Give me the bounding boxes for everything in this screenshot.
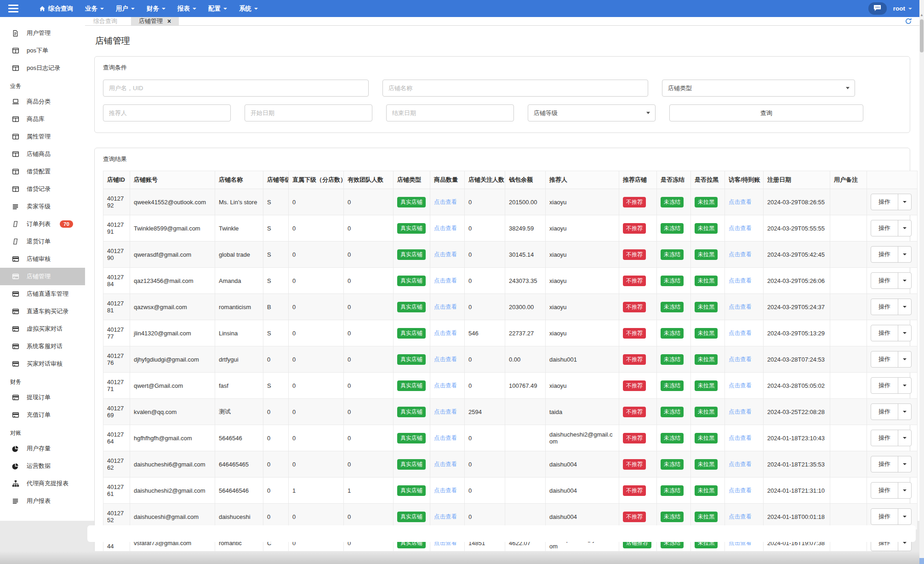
sidebar-item-loan-records[interactable]: 借贷记录 — [0, 180, 85, 198]
sidebar-item-withdraw-orders[interactable]: 提现订单 — [0, 389, 85, 406]
action-button[interactable]: 操作 — [871, 509, 898, 524]
sidebar-item-user-report[interactable]: 用户报表 — [0, 492, 85, 510]
view-products-link[interactable]: 点击查看 — [434, 304, 457, 310]
sidebar-item-virtual-buyer-chat[interactable]: 虚拟买家对话 — [0, 320, 85, 338]
visitor-pending-link[interactable]: 点击查看 — [729, 382, 752, 389]
referrer-input[interactable] — [103, 104, 231, 121]
view-products-link[interactable]: 点击查看 — [434, 277, 457, 284]
start-date-input[interactable] — [245, 104, 372, 121]
chat-button[interactable] — [868, 2, 887, 15]
sidebar-item-loan-config[interactable]: 借贷配置 — [0, 163, 85, 180]
scroll-down-arrow-icon[interactable] — [919, 558, 924, 564]
visitor-pending-link[interactable]: 点击查看 — [729, 356, 752, 363]
scrollbar-thumb[interactable] — [920, 19, 924, 52]
action-button[interactable]: 操作 — [871, 456, 898, 472]
sidebar-item-order-list[interactable]: 订单列表70 — [0, 215, 85, 233]
visitor-pending-link[interactable]: 点击查看 — [729, 435, 752, 441]
action-button[interactable]: 操作 — [871, 325, 898, 341]
nav-item-system[interactable]: 系统 — [233, 0, 264, 17]
sidebar-item-recharge-orders[interactable]: 充值订单 — [0, 406, 85, 424]
action-button[interactable]: 操作 — [871, 299, 898, 315]
visitor-pending-link[interactable]: 点击查看 — [729, 513, 752, 520]
sidebar-item-store-review[interactable]: 店铺审核 — [0, 250, 85, 268]
action-button[interactable]: 操作 — [871, 351, 898, 367]
action-caret-button[interactable] — [898, 299, 911, 315]
scroll-up-arrow-icon[interactable]: ▲ — [920, 13, 924, 17]
sidebar-item-store-train-management[interactable]: 店铺直通车管理 — [0, 285, 85, 303]
visitor-pending-link[interactable]: 点击查看 — [729, 487, 752, 494]
sidebar-item-operation-data[interactable]: 运营数据 — [0, 457, 85, 475]
action-caret-button[interactable] — [898, 430, 911, 446]
tab-close-icon[interactable]: × — [167, 18, 171, 24]
user-dropdown[interactable]: root — [893, 5, 912, 12]
menu-toggle-icon[interactable] — [0, 5, 27, 13]
sidebar-item-system-service-chat[interactable]: 系统客服对话 — [0, 338, 85, 355]
action-button[interactable]: 操作 — [871, 430, 898, 446]
action-button[interactable]: 操作 — [871, 273, 898, 288]
action-caret-button[interactable] — [898, 509, 911, 524]
visitor-pending-link[interactable]: 点击查看 — [729, 225, 752, 231]
end-date-input[interactable] — [386, 104, 514, 121]
visitor-pending-link[interactable]: 点击查看 — [729, 330, 752, 336]
view-products-link[interactable]: 点击查看 — [434, 225, 457, 231]
sidebar-item-user-management[interactable]: 用户管理 — [0, 24, 85, 42]
tab-store-management[interactable]: 店铺管理× — [131, 17, 179, 25]
sidebar-item-attribute-management[interactable]: 属性管理 — [0, 128, 85, 145]
sidebar-item-buyer-chat-review[interactable]: 买家对话审核 — [0, 355, 85, 373]
sidebar-item-user-stock[interactable]: 用户存量 — [0, 440, 85, 457]
action-caret-button[interactable] — [898, 483, 911, 498]
store-type-select[interactable]: 店铺类型 — [662, 80, 855, 97]
view-products-link[interactable]: 点击查看 — [434, 330, 457, 336]
view-products-link[interactable]: 点击查看 — [434, 409, 457, 415]
view-products-link[interactable]: 点击查看 — [434, 199, 457, 205]
action-caret-button[interactable] — [898, 325, 911, 341]
nav-item-overview[interactable]: 综合查询 — [33, 0, 79, 17]
action-caret-button[interactable] — [898, 247, 911, 262]
username-uid-input[interactable] — [103, 80, 369, 97]
visitor-pending-link[interactable]: 点击查看 — [729, 304, 752, 310]
action-button[interactable]: 操作 — [871, 247, 898, 262]
sidebar-item-store-goods[interactable]: 店铺商品 — [0, 145, 85, 163]
tab-overview[interactable]: 综合查询 — [93, 17, 117, 25]
store-name-input[interactable] — [382, 80, 648, 97]
view-products-link[interactable]: 点击查看 — [434, 487, 457, 494]
sidebar-item-store-management[interactable]: 店铺管理 — [0, 268, 85, 285]
visitor-pending-link[interactable]: 点击查看 — [729, 251, 752, 258]
action-caret-button[interactable] — [898, 404, 911, 420]
action-caret-button[interactable] — [898, 194, 911, 210]
sidebar-item-train-purchase-records[interactable]: 直通车购买记录 — [0, 303, 85, 320]
view-products-link[interactable]: 点击查看 — [434, 435, 457, 441]
sidebar-item-pos-order[interactable]: pos下单 — [0, 42, 85, 59]
nav-item-finance[interactable]: 财务 — [141, 0, 171, 17]
action-caret-button[interactable] — [898, 378, 911, 393]
visitor-pending-link[interactable]: 点击查看 — [729, 409, 752, 415]
refresh-icon[interactable] — [905, 17, 912, 25]
sidebar-item-goods-category[interactable]: 商品分类 — [0, 93, 85, 110]
query-button[interactable]: 查询 — [669, 104, 863, 121]
action-button[interactable]: 操作 — [871, 404, 898, 420]
action-caret-button[interactable] — [898, 351, 911, 367]
view-products-link[interactable]: 点击查看 — [434, 356, 457, 363]
sidebar-item-return-orders[interactable]: 退货订单 — [0, 233, 85, 250]
nav-item-config[interactable]: 配置 — [202, 0, 233, 17]
action-button[interactable]: 操作 — [871, 483, 898, 498]
action-caret-button[interactable] — [898, 273, 911, 288]
vertical-scrollbar[interactable]: ▲ — [919, 0, 924, 564]
view-products-link[interactable]: 点击查看 — [434, 513, 457, 520]
action-button[interactable]: 操作 — [871, 220, 898, 236]
visitor-pending-link[interactable]: 点击查看 — [729, 199, 752, 205]
action-caret-button[interactable] — [898, 456, 911, 472]
nav-item-business[interactable]: 业务 — [79, 0, 110, 17]
sidebar-item-seller-level[interactable]: 卖家等级 — [0, 198, 85, 215]
sidebar-item-goods-library[interactable]: 商品库 — [0, 110, 85, 128]
action-button[interactable]: 操作 — [871, 194, 898, 210]
store-level-select[interactable]: 店铺等级 — [528, 104, 656, 121]
view-products-link[interactable]: 点击查看 — [434, 251, 457, 258]
view-products-link[interactable]: 点击查看 — [434, 461, 457, 467]
visitor-pending-link[interactable]: 点击查看 — [729, 277, 752, 284]
sidebar-item-pos-log[interactable]: pos日志记录 — [0, 59, 85, 77]
sidebar-item-agent-recharge-report[interactable]: 代理商充提报表 — [0, 475, 85, 492]
nav-item-reports[interactable]: 报表 — [171, 0, 202, 17]
visitor-pending-link[interactable]: 点击查看 — [729, 461, 752, 467]
action-caret-button[interactable] — [898, 220, 911, 236]
